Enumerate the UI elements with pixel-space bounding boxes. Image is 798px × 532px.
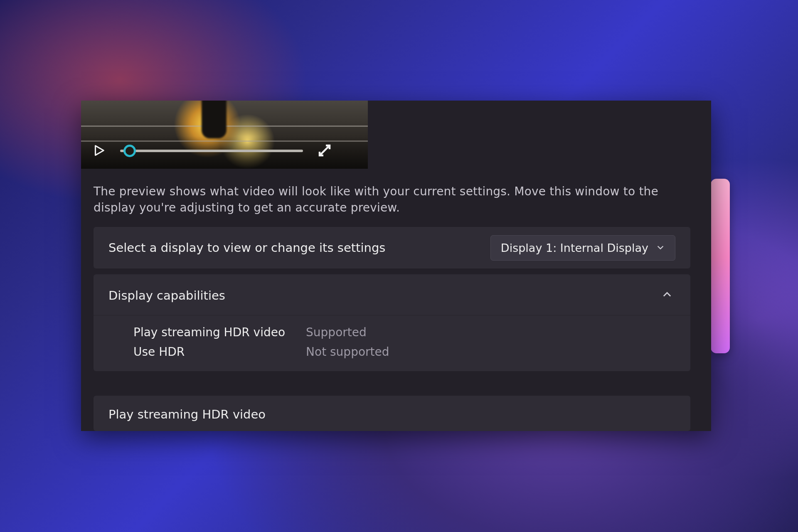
display-select-label: Select a display to view or change its s… bbox=[108, 241, 385, 255]
capability-key: Play streaming HDR video bbox=[133, 325, 285, 339]
capability-value: Supported bbox=[306, 325, 389, 339]
display-select-dropdown[interactable]: Display 1: Internal Display bbox=[490, 235, 675, 261]
slider-thumb[interactable] bbox=[123, 145, 136, 157]
chevron-down-icon bbox=[656, 241, 665, 254]
display-select-card: Select a display to view or change its s… bbox=[94, 227, 690, 268]
streaming-hdr-title: Play streaming HDR video bbox=[108, 407, 266, 421]
chevron-up-icon bbox=[661, 289, 673, 302]
display-capabilities-header[interactable]: Display capabilities bbox=[94, 274, 690, 315]
fullscreen-button[interactable] bbox=[317, 143, 332, 159]
video-preview bbox=[81, 101, 368, 169]
capabilities-values: Supported Not supported bbox=[306, 325, 389, 359]
video-controls bbox=[81, 136, 368, 169]
slider-track bbox=[120, 150, 303, 152]
play-button[interactable] bbox=[92, 143, 106, 159]
display-capabilities-body: Play streaming HDR video Use HDR Support… bbox=[94, 315, 690, 371]
capability-key: Use HDR bbox=[133, 345, 285, 359]
display-capabilities-card: Display capabilities Play streaming HDR … bbox=[94, 274, 690, 371]
capabilities-keys: Play streaming HDR video Use HDR bbox=[133, 325, 285, 359]
preview-description: The preview shows what video will look l… bbox=[94, 184, 671, 216]
desktop-pink-tile bbox=[711, 179, 730, 353]
dropdown-selected-value: Display 1: Internal Display bbox=[501, 241, 648, 254]
preview-decoration bbox=[81, 126, 368, 127]
play-icon bbox=[92, 143, 106, 159]
settings-window: The preview shows what video will look l… bbox=[81, 101, 711, 431]
display-capabilities-title: Display capabilities bbox=[108, 288, 225, 303]
streaming-hdr-card[interactable]: Play streaming HDR video bbox=[94, 396, 690, 431]
expand-icon bbox=[317, 143, 332, 159]
video-seek-slider[interactable] bbox=[120, 143, 303, 159]
capability-value: Not supported bbox=[306, 345, 389, 359]
